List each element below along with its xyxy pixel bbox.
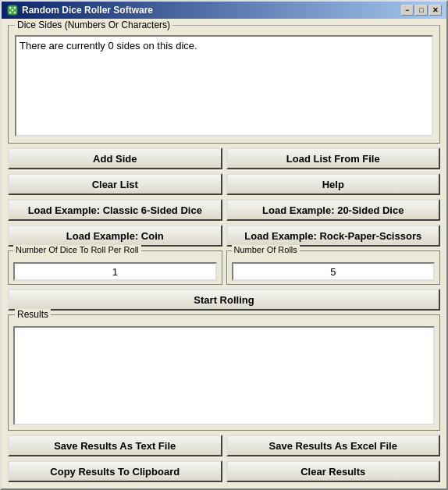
row-examples-1: Load Example: Classic 6-Sided Dice Load … xyxy=(8,199,440,221)
num-rolls-label: Number Of Rolls xyxy=(232,245,300,254)
results-group: Results xyxy=(8,314,440,431)
app-icon xyxy=(6,4,19,16)
start-rolling-button[interactable]: Start Rolling xyxy=(8,289,440,311)
results-area xyxy=(13,326,435,425)
title-controls: − □ ✕ xyxy=(401,5,442,16)
copy-results-clipboard-button[interactable]: Copy Results To Clipboard xyxy=(8,460,222,482)
dice-sides-label: Dice Sides (Numbers Or Characters) xyxy=(15,20,172,30)
num-rolls-input[interactable] xyxy=(232,262,436,281)
row-save: Save Results As Text File Save Results A… xyxy=(8,435,440,456)
title-bar: Random Dice Roller Software − □ ✕ xyxy=(2,2,446,19)
num-dice-input[interactable] xyxy=(13,262,217,281)
help-button[interactable]: Help xyxy=(226,173,441,195)
minimize-button[interactable]: − xyxy=(401,5,414,16)
clear-results-button[interactable]: Clear Results xyxy=(226,460,441,482)
row-add-load: Add Side Load List From File xyxy=(8,147,440,169)
save-results-excel-button[interactable]: Save Results As Excel File xyxy=(226,435,441,456)
load-classic-6-button[interactable]: Load Example: Classic 6-Sided Dice xyxy=(8,199,222,221)
dice-sides-group: Dice Sides (Numbers Or Characters) There… xyxy=(8,25,440,144)
load-20-sided-button[interactable]: Load Example: 20-Sided Dice xyxy=(226,199,441,221)
svg-point-4 xyxy=(9,12,11,13)
svg-point-2 xyxy=(14,7,16,9)
load-coin-button[interactable]: Load Example: Coin xyxy=(8,225,222,247)
load-list-from-file-button[interactable]: Load List From File xyxy=(226,147,441,169)
num-dice-group: Number Of Dice To Roll Per Roll xyxy=(8,250,222,285)
maximize-button[interactable]: □ xyxy=(415,5,428,16)
svg-point-5 xyxy=(14,12,16,13)
results-label: Results xyxy=(15,309,51,320)
svg-point-3 xyxy=(12,9,13,11)
dice-sides-placeholder: There are currently 0 sides on this dice… xyxy=(20,40,197,51)
title-bar-left: Random Dice Roller Software xyxy=(6,4,153,16)
main-window: Random Dice Roller Software − □ ✕ Dice S… xyxy=(0,0,448,490)
num-dice-label: Number Of Dice To Roll Per Roll xyxy=(13,245,141,254)
num-rolls-group: Number Of Rolls xyxy=(226,250,441,285)
close-button[interactable]: ✕ xyxy=(429,5,442,16)
dice-sides-textarea[interactable]: There are currently 0 sides on this dice… xyxy=(15,35,433,137)
number-inputs-row: Number Of Dice To Roll Per Roll Number O… xyxy=(8,250,440,285)
window-title: Random Dice Roller Software xyxy=(22,5,153,16)
row-examples-2: Load Example: Coin Load Example: Rock-Pa… xyxy=(8,225,440,247)
svg-point-1 xyxy=(9,7,11,9)
load-rps-button[interactable]: Load Example: Rock-Paper-Scissors xyxy=(226,225,441,247)
add-side-button[interactable]: Add Side xyxy=(8,147,222,169)
main-content: Dice Sides (Numbers Or Characters) There… xyxy=(2,19,446,488)
clear-list-button[interactable]: Clear List xyxy=(8,173,222,195)
row-copy-clear: Copy Results To Clipboard Clear Results xyxy=(8,460,440,482)
save-results-text-button[interactable]: Save Results As Text File xyxy=(8,435,222,456)
row-clear-help: Clear List Help xyxy=(8,173,440,195)
